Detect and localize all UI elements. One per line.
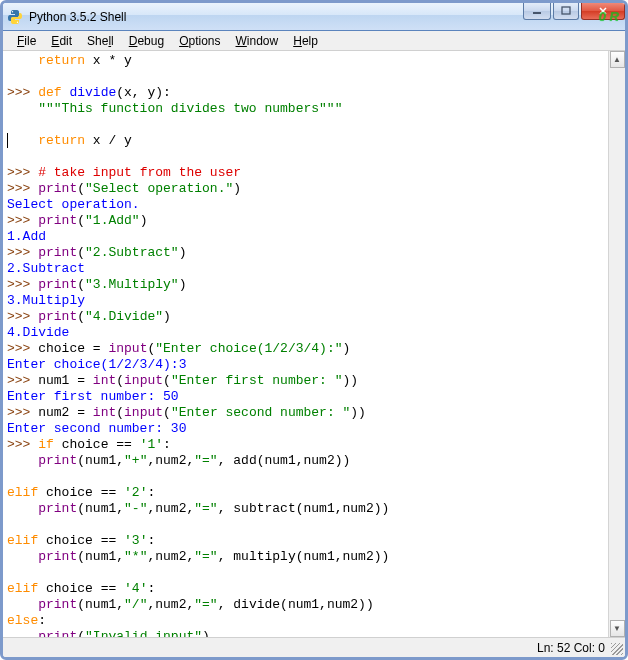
minimize-button[interactable] [523, 2, 551, 20]
menu-options[interactable]: Options [173, 33, 226, 49]
titlebar[interactable]: Python 3.5.2 Shell 0 R [3, 3, 625, 31]
vertical-scrollbar[interactable]: ▲ ▼ [608, 51, 625, 637]
menu-file[interactable]: File [11, 33, 42, 49]
svg-rect-3 [562, 7, 570, 14]
menubar: File Edit Shell Debug Options Window Hel… [3, 31, 625, 51]
menu-shell[interactable]: Shell [81, 33, 120, 49]
cursor-position: Ln: 52 Col: 0 [537, 641, 605, 655]
scroll-up-button[interactable]: ▲ [610, 51, 625, 68]
menu-edit[interactable]: Edit [45, 33, 78, 49]
maximize-button[interactable] [553, 2, 579, 20]
python-icon [7, 9, 23, 25]
menu-debug[interactable]: Debug [123, 33, 170, 49]
statusbar: Ln: 52 Col: 0 [3, 637, 625, 657]
svg-rect-2 [533, 12, 541, 14]
menu-window[interactable]: Window [230, 33, 285, 49]
overlay-text: 0 R [599, 9, 619, 24]
code-editor[interactable]: return x * y >>> def divide(x, y): """Th… [3, 51, 608, 637]
scroll-down-button[interactable]: ▼ [610, 620, 625, 637]
resize-grip[interactable] [611, 643, 623, 655]
menu-help[interactable]: Help [287, 33, 324, 49]
svg-point-1 [17, 21, 18, 22]
svg-point-0 [12, 11, 13, 12]
